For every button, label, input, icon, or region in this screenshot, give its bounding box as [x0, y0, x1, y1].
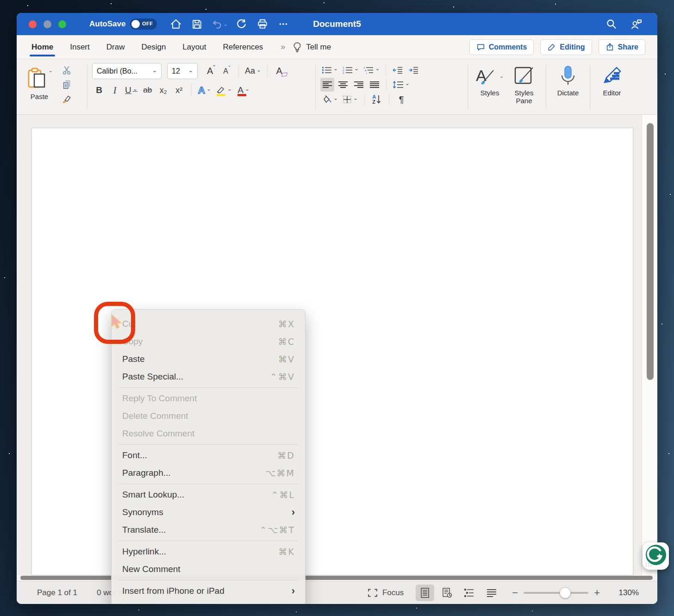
font-size-select[interactable]: 12: [167, 63, 198, 79]
align-center-button[interactable]: [336, 78, 350, 92]
line-spacing-button[interactable]: [391, 78, 411, 92]
font-color-button[interactable]: A: [235, 83, 252, 97]
shading-button[interactable]: [320, 93, 339, 106]
print-layout-view-button[interactable]: [416, 585, 434, 601]
save-icon[interactable]: [190, 17, 204, 31]
multilevel-list-button[interactable]: 1ai: [362, 63, 381, 77]
zoom-out-button[interactable]: [512, 587, 518, 599]
align-right-button[interactable]: [352, 78, 366, 92]
menu-item-translate[interactable]: Translate...⌃⌥⌘T: [112, 521, 305, 539]
highlighter-icon: [216, 86, 226, 94]
format-painter-icon: [62, 94, 72, 104]
grow-font-button[interactable]: A: [204, 64, 218, 78]
tab-home[interactable]: Home: [31, 36, 54, 58]
tab-layout[interactable]: Layout: [181, 36, 207, 58]
bold-button[interactable]: B: [92, 83, 106, 97]
grammarly-widget[interactable]: [643, 542, 669, 570]
contact-support-icon[interactable]: [630, 17, 643, 31]
draft-view-button[interactable]: [482, 585, 501, 601]
dictate-button[interactable]: Dictate: [551, 63, 585, 98]
editor-button[interactable]: Editor: [595, 63, 629, 98]
zoom-slider-thumb[interactable]: [560, 587, 571, 598]
tab-draw[interactable]: Draw: [106, 36, 126, 58]
subscript-button[interactable]: x₂: [156, 83, 170, 97]
menu-item-insert-from-iphone-ipad[interactable]: Insert from iPhone or iPad: [112, 582, 305, 600]
borders-button[interactable]: [341, 93, 359, 106]
menu-item-cut[interactable]: Cut⌘X: [112, 315, 305, 333]
redo-icon[interactable]: [235, 17, 249, 31]
search-icon[interactable]: [605, 17, 618, 31]
tab-references[interactable]: References: [222, 36, 264, 58]
strikethrough-button[interactable]: ab: [141, 83, 155, 97]
change-case-button[interactable]: Aa: [243, 64, 262, 78]
tell-me-button[interactable]: Tell me: [293, 42, 331, 52]
web-layout-view-button[interactable]: [438, 585, 456, 601]
menu-item-paste[interactable]: Paste⌘V: [112, 350, 305, 368]
vertical-scrollbar-thumb[interactable]: [647, 123, 654, 380]
page-indicator[interactable]: Page 1 of 1: [37, 588, 77, 597]
menu-item-resolve-comment[interactable]: Resolve Comment: [112, 425, 305, 442]
align-left-button[interactable]: [320, 78, 334, 92]
underline-button[interactable]: U: [124, 83, 139, 97]
increase-indent-button[interactable]: [406, 63, 420, 77]
text-effects-button[interactable]: A: [197, 83, 212, 97]
styles-button[interactable]: A ⌄ Styles: [473, 63, 507, 106]
vertical-scrollbar[interactable]: [642, 115, 657, 575]
tab-design[interactable]: Design: [140, 36, 167, 58]
menu-divider: [119, 387, 298, 388]
menu-item-reply-to-comment[interactable]: Reply To Comment: [112, 390, 305, 407]
menu-item-paste-special[interactable]: Paste Special...⌃⌘V: [112, 368, 305, 386]
context-menu: Cut⌘X Copy⌘C Paste⌘V Paste Special...⌃⌘V…: [111, 309, 306, 604]
menu-item-paragraph[interactable]: Paragraph...⌥⌘M: [112, 464, 305, 482]
editing-button[interactable]: Editing: [540, 39, 592, 55]
undo-button[interactable]: ⌄: [211, 19, 227, 30]
outline-view-button[interactable]: [460, 585, 479, 601]
highlight-color-button[interactable]: [214, 83, 233, 97]
justify-button[interactable]: [368, 78, 381, 92]
share-button[interactable]: Share: [599, 39, 645, 55]
menu-item-new-comment[interactable]: New Comment: [112, 560, 305, 578]
more-tabs-chevron-icon[interactable]: »: [281, 42, 284, 52]
more-commands-icon[interactable]: [276, 17, 290, 31]
menu-item-hyperlink[interactable]: Hyperlink...⌘K: [112, 543, 305, 560]
format-painter-button[interactable]: [60, 93, 74, 105]
superscript-button[interactable]: x²: [172, 83, 186, 97]
shrink-font-button[interactable]: A: [220, 64, 234, 78]
paste-button[interactable]: ⌄ Paste: [23, 68, 56, 100]
bullets-button[interactable]: [320, 63, 339, 77]
menu-item-copy[interactable]: Copy⌘C: [112, 333, 305, 350]
menu-item-synonyms[interactable]: Synonyms: [112, 504, 305, 521]
focus-button[interactable]: Focus: [368, 588, 404, 597]
undo-dropdown-chevron-icon[interactable]: ⌄: [223, 21, 227, 27]
menu-item-smart-lookup[interactable]: Smart Lookup...⌃⌘L: [112, 486, 305, 504]
close-window-button[interactable]: [29, 20, 37, 28]
minimize-window-button[interactable]: [44, 20, 51, 28]
font-name-select[interactable]: Calibri (Bo...: [92, 63, 162, 79]
cut-button[interactable]: [60, 65, 74, 76]
zoom-window-button[interactable]: [58, 20, 66, 28]
tab-insert[interactable]: Insert: [69, 36, 91, 58]
show-paragraph-marks-button[interactable]: ¶: [394, 93, 408, 106]
sort-button[interactable]: A Z: [370, 93, 384, 106]
document-area[interactable]: Cut⌘X Copy⌘C Paste⌘V Paste Special...⌃⌘V…: [17, 115, 657, 575]
styles-dropdown-chevron-icon[interactable]: ⌄: [499, 73, 504, 79]
zoom-level-label[interactable]: 130%: [612, 588, 639, 597]
copy-button[interactable]: [60, 79, 74, 90]
clear-formatting-button[interactable]: A: [272, 64, 286, 78]
numbering-button[interactable]: 123: [341, 63, 360, 77]
home-icon[interactable]: [169, 17, 183, 31]
paste-dropdown-chevron-icon[interactable]: ⌄: [48, 68, 52, 74]
menu-item-font[interactable]: Font...⌘D: [112, 447, 305, 464]
decrease-indent-button[interactable]: [391, 63, 405, 77]
paste-label: Paste: [31, 93, 48, 100]
web-layout-icon: [442, 587, 453, 598]
menu-item-delete-comment[interactable]: Delete Comment: [112, 407, 305, 425]
zoom-in-button[interactable]: [594, 587, 600, 599]
comments-button[interactable]: Comments: [469, 39, 534, 55]
print-icon[interactable]: [256, 17, 269, 31]
autosave-toggle[interactable]: OFF: [130, 19, 157, 30]
autosave-label: AutoSave: [89, 19, 125, 29]
zoom-slider[interactable]: [524, 592, 588, 594]
italic-button[interactable]: I: [108, 83, 122, 97]
styles-pane-button[interactable]: Styles Pane: [507, 63, 541, 106]
